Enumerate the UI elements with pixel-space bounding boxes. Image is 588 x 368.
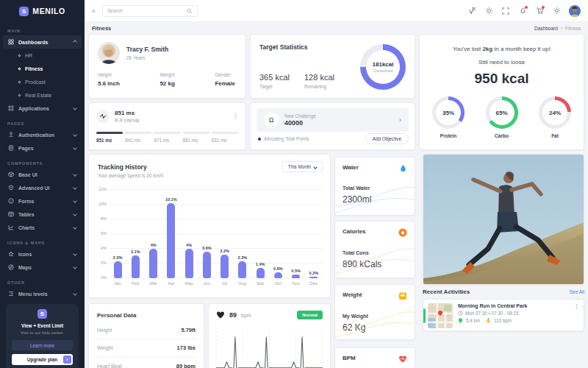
scale-icon [398, 291, 407, 302]
info-icon [8, 198, 14, 204]
bar-may[interactable] [185, 249, 193, 278]
sidebar-item-authentication[interactable]: Authentication [3, 128, 82, 141]
remaining-label: Remaining [304, 84, 334, 89]
sidebar-item-tables[interactable]: Tables [3, 208, 82, 221]
bar-feb[interactable] [132, 255, 140, 278]
fullscreen-icon[interactable] [501, 7, 510, 15]
bullet-icon [18, 93, 21, 96]
sidebar-collapse-icon[interactable]: « [92, 7, 96, 15]
activity-stats: 5.4 km 110 bpm [458, 318, 568, 323]
dot-icon [258, 138, 261, 141]
more-options-icon[interactable]: ⋮ [573, 303, 579, 327]
brand-logo[interactable]: S MENILO [0, 0, 85, 22]
theme-sun-icon[interactable] [484, 7, 493, 15]
remaining-value: 128 kcal [304, 73, 334, 82]
personal-data-card: Personal Data Height5.79ft Weight173 lbs… [88, 303, 204, 368]
sidebar-item-label: Maps [18, 265, 32, 270]
heart-icon [216, 311, 225, 319]
bar-jul[interactable] [220, 255, 229, 278]
search-box[interactable] [102, 5, 198, 17]
add-objective-button[interactable]: Add Objective [365, 133, 409, 144]
sidebar-item-real-estate[interactable]: Real Estate [0, 88, 85, 102]
compass-icon [8, 264, 14, 270]
bar-nov[interactable] [292, 275, 300, 278]
bpm-card: BPM [334, 347, 415, 368]
cart-icon[interactable] [535, 7, 544, 15]
brand-name: MENILO [32, 7, 65, 15]
see-all-link[interactable]: See All [570, 289, 584, 294]
rr-value: 851 ms [115, 110, 139, 116]
notifications-bell-icon[interactable] [518, 7, 527, 15]
challenge-row[interactable]: Ω New Challenge 40000 › [257, 108, 409, 132]
bar-sep[interactable] [257, 268, 265, 278]
bar-aug[interactable] [238, 261, 246, 278]
bar-dec[interactable] [309, 277, 318, 278]
language-icon[interactable] [467, 7, 476, 15]
page-title: Fitness [92, 25, 111, 32]
sidebar-item-forms[interactable]: Forms [3, 194, 82, 208]
sidebar-item-label: Menu levels [18, 291, 48, 297]
bar-mar[interactable] [149, 249, 157, 278]
bar-jan[interactable] [114, 261, 122, 278]
user-icon [8, 132, 14, 138]
metric-label: Total Water [343, 185, 407, 191]
chevron-down-icon [73, 172, 77, 177]
sidebar-item-advanced-ui[interactable]: Advanced UI [3, 181, 82, 194]
segment-bar [96, 132, 123, 134]
sidebar-item-pages[interactable]: Pages [3, 141, 82, 155]
chart-filter-dropdown[interactable]: This Month [282, 161, 323, 172]
fitness-dashboard: S MENILO Main Dashboards HR Fitness Prod… [0, 0, 588, 368]
breadcrumb: Dashboard › Fitness [534, 26, 581, 31]
rr-segments: 851 ms 841 ms 871 ms 881 ms 831 ms [89, 123, 245, 143]
sidebar-item-hr[interactable]: HR [0, 49, 85, 62]
metric-title: BPM [343, 355, 356, 361]
search-input[interactable] [107, 8, 184, 13]
search-icon [187, 8, 193, 14]
sidebar-item-label: Base UI [18, 172, 37, 177]
card-title: Personal Data [89, 304, 204, 322]
profile-age: 26 Years [126, 55, 168, 60]
bar-apr[interactable] [167, 203, 175, 278]
promo-subtitle: Visit to our help center. [12, 330, 73, 335]
learn-more-button[interactable]: Learn more [12, 340, 73, 350]
more-options-icon[interactable]: ⋮ [232, 113, 238, 120]
sidebar-item-fitness[interactable]: Fitness [0, 62, 85, 75]
activity-time: Mon 07:30 • 07:30 - 08:15 [458, 311, 568, 316]
personal-row-weight: Weight173 lbs [97, 339, 196, 357]
sidebar-item-label: Advanced UI [18, 185, 49, 191]
ring-label: Protein [432, 133, 465, 138]
upgrade-plan-label: Upgrade plan [27, 357, 58, 362]
sidebar-item-icons[interactable]: Icons [3, 247, 82, 261]
profile-avatar [98, 42, 120, 64]
chevron-down-icon [73, 185, 77, 190]
map-thumbnail [428, 303, 453, 328]
sidebar-item-maps[interactable]: Maps [3, 261, 82, 274]
profile-card: Tracy F. Smith 26 Years Height 5.6 inch … [88, 34, 246, 99]
sidebar-item-dashboards[interactable]: Dashboards [3, 35, 82, 49]
settings-gear-icon[interactable] [552, 7, 561, 15]
x-axis-labels: JanFebMarAprMayJunJulAugSepOctNovDec [109, 281, 323, 286]
sidebar-item-charts[interactable]: Charts [3, 221, 82, 234]
weight-card: Weight My Weight 62 Kg [334, 284, 415, 340]
ring-label: Carbo [486, 133, 518, 138]
sidebar-item-menu-levels[interactable]: Menu levels [3, 287, 82, 300]
breadcrumb-home[interactable]: Dashboard [534, 26, 558, 31]
sidebar-item-base-ui[interactable]: Base UI [3, 168, 82, 181]
bar-jun[interactable] [203, 252, 211, 278]
chevron-right-icon: › [399, 116, 401, 124]
user-avatar[interactable] [569, 5, 581, 17]
target-stat: 365 kcal Target [259, 73, 290, 89]
upgrade-plan-button[interactable]: Upgrade plan › [12, 354, 73, 365]
sidebar-item-label: Real Estate [25, 93, 51, 98]
activity-title: Morning Run in Central Park [458, 303, 568, 308]
star-icon [8, 251, 14, 257]
ecg-chart [216, 329, 323, 368]
sidebar-item-applications[interactable]: Applications [3, 102, 82, 115]
sidebar-item-prodcast[interactable]: Prodcast [0, 75, 85, 88]
bar-oct[interactable] [274, 272, 282, 278]
rr-label: R-R interval [115, 118, 139, 123]
activity-item-run[interactable]: Morning Run in Central Park Mon 07:30 • … [423, 299, 584, 331]
sidebar-promo-card: S View + Event Limit Visit to our help c… [6, 304, 79, 368]
breadcrumb-current: Fitness [565, 26, 581, 31]
box-icon [8, 171, 14, 177]
